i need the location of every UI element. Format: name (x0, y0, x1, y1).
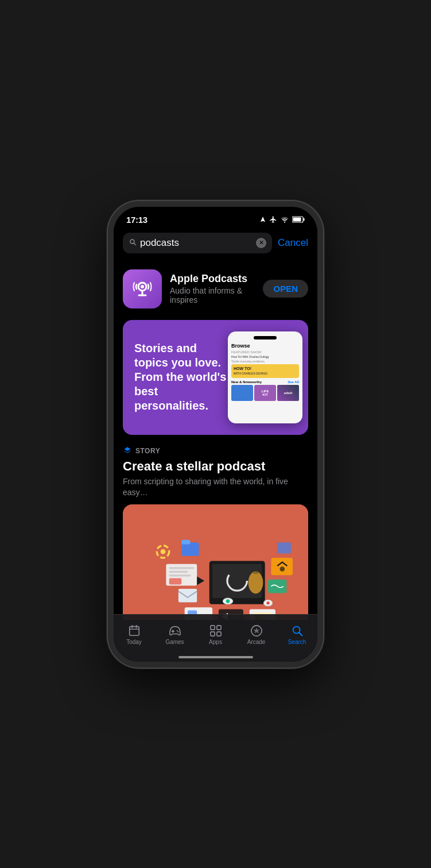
tab-today[interactable]: Today (114, 624, 154, 645)
story-section: STORY Create a stellar podcast From scri… (123, 446, 308, 620)
appstore-story-icon (123, 446, 132, 456)
svg-rect-13 (181, 540, 190, 545)
svg-rect-19 (271, 558, 293, 575)
status-icons (259, 215, 305, 223)
content-area: Apple Podcasts Audio that informs & insp… (114, 259, 317, 620)
banner-text: Stories and topics you love. From the wo… (134, 341, 228, 413)
search-bar: podcasts ✕ Cancel (114, 228, 317, 259)
svg-rect-52 (216, 631, 220, 635)
tab-bar: Today Games Apps (114, 614, 317, 658)
screen: podcasts ✕ Cancel (114, 228, 317, 658)
svg-rect-2 (293, 218, 301, 222)
svg-rect-18 (169, 578, 182, 584)
app-info: Apple Podcasts Audio that informs & insp… (170, 273, 255, 304)
arcade-tab-icon (250, 624, 263, 637)
svg-rect-17 (169, 574, 191, 576)
search-tab-label: Search (288, 639, 306, 645)
apps-tab-label: Apps (209, 639, 222, 645)
today-tab-label: Today (126, 639, 142, 645)
tab-games[interactable]: Games (154, 624, 195, 645)
svg-point-48 (177, 631, 178, 632)
svg-point-20 (279, 566, 285, 572)
phone-frame: 17:13 (108, 201, 323, 668)
svg-rect-22 (178, 589, 197, 603)
svg-rect-49 (210, 625, 214, 629)
svg-rect-25 (277, 542, 291, 553)
svg-line-54 (299, 632, 302, 635)
app-result-row: Apple Podcasts Audio that informs & insp… (123, 264, 308, 317)
search-query: podcasts (140, 237, 253, 249)
battery-icon (292, 216, 305, 223)
apps-tab-icon (209, 624, 222, 637)
svg-point-10 (248, 571, 263, 593)
svg-point-24 (161, 549, 166, 554)
status-time: 17:13 (126, 215, 147, 225)
svg-point-6 (141, 285, 144, 288)
clear-search-button[interactable]: ✕ (256, 238, 266, 248)
svg-point-29 (266, 601, 269, 604)
svg-point-27 (226, 599, 230, 603)
svg-rect-16 (169, 570, 188, 572)
app-subtitle: Audio that informs & inspires (170, 286, 255, 304)
notch (171, 207, 260, 223)
banner-phone-mockup: Browse FEATURED SHOW How To! With Charle… (228, 331, 302, 423)
games-tab-icon (169, 624, 181, 637)
search-input-container[interactable]: podcasts ✕ (123, 233, 272, 253)
tab-arcade[interactable]: Arcade (236, 624, 277, 645)
svg-rect-12 (181, 542, 199, 556)
story-title: Create a stellar podcast (123, 459, 308, 474)
promotional-banner[interactable]: Stories and topics you love. From the wo… (123, 320, 308, 435)
svg-rect-1 (304, 218, 305, 221)
search-tab-icon (291, 624, 304, 637)
today-tab-icon (128, 624, 141, 637)
tab-apps[interactable]: Apps (195, 624, 236, 645)
location-icon (259, 216, 266, 223)
home-indicator (178, 656, 253, 658)
games-tab-label: Games (165, 639, 184, 645)
open-button[interactable]: OPEN (263, 280, 308, 298)
wifi-icon (280, 216, 289, 223)
svg-rect-50 (216, 625, 220, 629)
story-tag: STORY (135, 447, 160, 455)
svg-rect-11 (253, 571, 258, 573)
svg-point-47 (176, 630, 177, 631)
tab-search[interactable]: Search (277, 624, 317, 645)
svg-rect-15 (169, 567, 194, 569)
svg-rect-41 (129, 626, 139, 635)
arcade-tab-label: Arcade (247, 639, 266, 645)
story-illustration (123, 504, 308, 620)
banner-title: Stories and topics you love. From the wo… (134, 341, 228, 413)
svg-rect-51 (210, 631, 214, 635)
story-image[interactable] (123, 504, 308, 620)
search-magnifier-icon (129, 238, 137, 248)
podcasts-app-icon (130, 276, 155, 302)
app-icon-podcasts (123, 269, 162, 308)
cancel-button[interactable]: Cancel (278, 237, 308, 249)
app-name: Apple Podcasts (170, 273, 255, 285)
story-label: STORY (123, 446, 308, 456)
story-description: From scripting to sharing with the world… (123, 476, 308, 499)
airplane-icon (269, 215, 277, 223)
